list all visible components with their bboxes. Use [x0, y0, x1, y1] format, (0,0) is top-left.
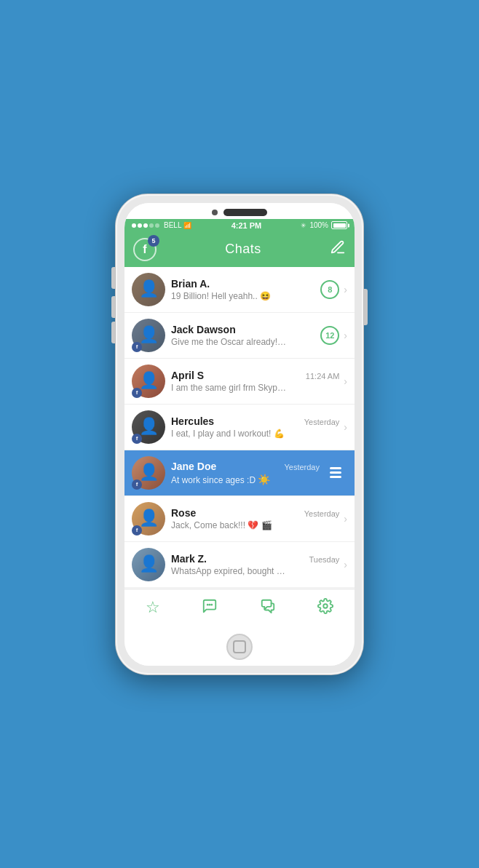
chat-top: Mark Z. Tuesday [171, 553, 339, 565]
battery-fill [333, 223, 346, 228]
chat-preview: Jack, Come back!!! 💔 🎬 [171, 520, 288, 530]
avatar-wrap: 👤 f [132, 365, 165, 398]
chat-content: Hercules Yesterday I eat, I play and I w… [171, 415, 339, 439]
avatar-wrap: 👤 f [132, 502, 165, 535]
facebook-badge: f [132, 479, 142, 490]
notification-badge: 5 [148, 235, 159, 247]
tab-favorites[interactable]: ☆ [137, 595, 169, 620]
facebook-badge: f [132, 342, 142, 352]
chat-preview: WhatsApp expired, bought the company [171, 566, 288, 576]
chat-name: Hercules [171, 415, 214, 427]
status-bar: BELL 📶 4:21 PM ✳ 100% [124, 219, 355, 232]
chat-name: Mark Z. [171, 553, 207, 565]
chat-top: Rose Yesterday [171, 507, 339, 519]
chat-name: April S [171, 370, 204, 381]
chat-top: Jack Dawson [171, 324, 316, 335]
avatar: 👤 [132, 273, 165, 306]
chat-preview: 19 Billion! Hell yeahh.. 😆 [171, 291, 288, 301]
header-title: Chats [225, 242, 261, 257]
home-button[interactable] [226, 634, 253, 660]
list-item[interactable]: 👤 f Jack Dawson Give me the Oscar alread… [124, 313, 355, 359]
chat-right: › [344, 513, 347, 525]
signal-dot-2 [138, 223, 142, 228]
speaker-grille [223, 209, 267, 216]
chat-right: › [344, 421, 347, 433]
chat-time: Yesterday [304, 509, 340, 518]
chat-preview: Give me the Oscar already! 😩 [171, 337, 288, 347]
chat-time: Tuesday [309, 555, 340, 564]
chat-content: Mark Z. Tuesday WhatsApp expired, bought… [171, 553, 339, 576]
chat-content: Brian A. 19 Billion! Hell yeahh.. 😆 [171, 278, 316, 301]
chat-preview: I eat, I play and I workout! 💪 [171, 429, 288, 439]
camera [212, 210, 218, 215]
facebook-badge: f [132, 525, 142, 535]
chat-preview: I am the same girl frm Skype redesign! [171, 383, 288, 393]
chat-name: Jane Doe [171, 461, 216, 472]
chevron-icon: › [344, 513, 347, 525]
bottom-tab-bar: ☆ [124, 589, 355, 626]
chat-top: Jane Doe Yesterday [171, 461, 320, 472]
chevron-icon: › [344, 284, 347, 295]
battery-icon [331, 221, 347, 229]
phone-top-area [124, 203, 355, 219]
chat-right: 8 › [320, 280, 347, 299]
list-item[interactable]: 👤 Miranda Grey 13/3/14 › [124, 588, 355, 589]
avatar-wrap: 👤 f [132, 456, 165, 490]
avatar: 👤 [132, 548, 165, 581]
speaker-area [212, 209, 267, 216]
chat-list: 👤 Brian A. 19 Billion! Hell yeahh.. 😆 8 … [124, 267, 355, 589]
chevron-icon: › [344, 421, 347, 433]
chat-name: Brian A. [171, 278, 210, 290]
wifi-icon: 📶 [183, 222, 191, 229]
status-time: 4:21 PM [231, 221, 262, 230]
chat-time: Yesterday [284, 463, 320, 471]
list-item[interactable]: 👤 Mark Z. Tuesday WhatsApp expired, boug… [124, 542, 355, 588]
action-line [330, 467, 341, 469]
chevron-icon: › [344, 375, 347, 387]
facebook-badge: f [132, 434, 142, 444]
chevron-icon: › [344, 559, 347, 570]
compose-button[interactable] [330, 239, 346, 259]
list-item[interactable]: 👤 f Rose Yesterday Jack, Come back!!! 💔 … [124, 496, 355, 542]
avatar-wrap: 👤 [132, 273, 165, 306]
unread-badge: 8 [320, 280, 339, 299]
speech-bubble-icon [202, 598, 218, 618]
chat-time: 11:24 AM [306, 372, 339, 381]
list-item[interactable]: 👤 f April S 11:24 AM I am the same girl … [124, 359, 355, 405]
chat-name: Jack Dawson [171, 324, 236, 335]
chat-content: Jane Doe Yesterday At work since ages :D… [171, 461, 320, 485]
carrier-label: BELL [164, 221, 181, 229]
list-item[interactable]: 👤 Brian A. 19 Billion! Hell yeahh.. 😆 8 … [124, 267, 355, 313]
phone-screen: BELL 📶 4:21 PM ✳ 100% f 5 Chats [124, 203, 355, 666]
phone-bottom-area [124, 626, 355, 666]
chat-right: › [344, 559, 347, 570]
list-item[interactable]: 👤 f Hercules Yesterday I eat, I play and… [124, 405, 355, 450]
home-button-inner [233, 640, 246, 653]
chat-top: Hercules Yesterday [171, 415, 339, 427]
facebook-button[interactable]: f 5 [133, 238, 157, 261]
chat-right [324, 464, 347, 481]
compose-icon [330, 239, 346, 255]
action-menu[interactable] [324, 464, 347, 481]
chat-content: Rose Yesterday Jack, Come back!!! 💔 🎬 [171, 507, 339, 530]
chat-name: Rose [171, 507, 196, 519]
chat-content: April S 11:24 AM I am the same girl frm … [171, 370, 339, 393]
star-icon: ☆ [146, 598, 160, 617]
tab-messages[interactable] [193, 595, 226, 621]
chat-right: 12 › [320, 326, 347, 345]
chat-top: April S 11:24 AM [171, 370, 339, 381]
tab-chats[interactable] [251, 595, 285, 621]
chat-top: Brian A. [171, 278, 316, 290]
phone-device: BELL 📶 4:21 PM ✳ 100% f 5 Chats [116, 194, 363, 674]
gear-icon [317, 598, 333, 618]
signal-dot-5 [155, 223, 159, 228]
chat-preview: At work since ages :D ☀️ [171, 474, 288, 485]
list-item[interactable]: 👤 f Jane Doe Yesterday At work since age… [124, 450, 355, 496]
battery-pct: 100% [309, 221, 328, 229]
signal-dot-1 [132, 223, 136, 228]
bluetooth-icon: ✳ [301, 222, 306, 229]
svg-point-3 [324, 604, 328, 608]
signal-dot-3 [143, 223, 148, 228]
tab-settings[interactable] [309, 595, 342, 621]
chat-right: › [344, 375, 347, 387]
